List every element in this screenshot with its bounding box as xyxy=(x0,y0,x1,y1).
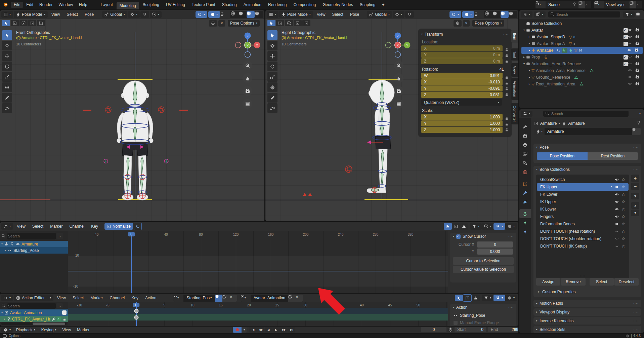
menu-marker[interactable]: Marker xyxy=(47,224,66,229)
tab-render[interactable] xyxy=(519,131,531,140)
assign-button[interactable]: Assign xyxy=(536,278,560,286)
channel-ctrl-fk-hand[interactable]: ▸ CTRL_FK_Avatar_Ha ✓ xyxy=(0,316,68,322)
tab-sculpting[interactable]: Sculpting xyxy=(140,2,162,7)
transform-orientation-selector[interactable]: Global▾ xyxy=(102,11,127,18)
pan-hand-icon[interactable] xyxy=(243,73,252,83)
rotation-mode-dropdown[interactable]: Quaternion (WXYZ)▾ xyxy=(421,99,502,106)
snap-dropdown[interactable]: ▾ xyxy=(493,295,505,301)
show-gizmo-toggle[interactable]: ▾ xyxy=(449,11,461,18)
expand-icon[interactable]: ▸ xyxy=(529,49,530,52)
exclude-checkbox[interactable]: ✓ xyxy=(624,42,628,46)
hide-eye-icon[interactable] xyxy=(627,48,635,53)
tab-modeling[interactable]: Modeling xyxy=(117,2,139,9)
tool-rotate[interactable] xyxy=(267,62,277,71)
viewlayer-name[interactable]: ViewLayer xyxy=(604,2,630,7)
tool-move[interactable] xyxy=(267,51,277,61)
menu-channel[interactable]: Channel xyxy=(67,224,88,229)
show-gizmo-toggle[interactable]: ▾ xyxy=(196,11,207,18)
menu-file[interactable]: File xyxy=(11,2,23,8)
tab-scene[interactable] xyxy=(519,158,531,167)
tool-select-box[interactable] xyxy=(267,30,277,40)
pose-position-button[interactable]: Pose Position xyxy=(537,152,588,160)
transform-orientation-selector[interactable]: Global▾ xyxy=(367,11,392,18)
id-type-icon[interactable]: ▾ xyxy=(534,128,545,135)
menu-key[interactable]: Key xyxy=(88,224,101,229)
solo-star-icon[interactable]: ☆ xyxy=(621,192,625,197)
shading-wireframe-button[interactable] xyxy=(484,11,492,18)
axis-gizmo[interactable]: Z X Y xyxy=(233,31,262,59)
show-errors-toggle[interactable] xyxy=(472,295,480,301)
select-paint-button[interactable] xyxy=(37,20,45,26)
auto-key-dropdown[interactable]: ▾ xyxy=(242,327,247,333)
tool-transform[interactable] xyxy=(2,82,12,92)
play-button[interactable]: ▶ xyxy=(272,327,280,333)
tool-icon-button[interactable] xyxy=(454,20,462,27)
filter-invert-button[interactable]: ↔ xyxy=(56,303,63,308)
expand-icon[interactable]: ▸ xyxy=(529,83,530,85)
lock-icon[interactable] xyxy=(505,116,509,120)
shading-material-button[interactable] xyxy=(247,11,255,18)
move-up-button[interactable]: ▲ xyxy=(631,202,639,209)
viewlayer-selector[interactable]: ▾ ViewLayer × xyxy=(594,1,642,8)
scene-icon[interactable]: ▾ xyxy=(535,1,546,8)
xray-toggle[interactable] xyxy=(220,12,228,17)
custom-properties-panel[interactable]: ▸Custom Properties xyxy=(538,288,639,296)
motion-paths-panel[interactable]: ▸Motion Paths···· xyxy=(533,300,641,307)
axis-gizmo[interactable]: Z Y X xyxy=(384,31,412,59)
only-selected-pointer-toggle[interactable] xyxy=(455,295,463,301)
outliner-search-input[interactable] xyxy=(556,11,618,18)
solo-star-icon[interactable]: ☆ xyxy=(621,236,625,241)
pin-id-button[interactable] xyxy=(637,121,641,126)
expand-icon[interactable]: ▾ xyxy=(523,29,525,32)
scale-x-field[interactable]: X1.000 xyxy=(421,114,503,120)
action-panel-name[interactable]: Starting_Pose xyxy=(460,313,485,318)
channel-armature[interactable]: ▾ Armature xyxy=(0,241,68,247)
slot-icon[interactable]: ▾ xyxy=(241,295,251,302)
tool-cursor[interactable] xyxy=(2,41,12,50)
blender-logo-icon[interactable] xyxy=(3,2,9,8)
scene-name[interactable]: Scene xyxy=(546,2,572,7)
proportional-edit-dropdown[interactable]: ▾ xyxy=(505,295,517,301)
summary-track[interactable] xyxy=(68,308,448,314)
deselect-button[interactable]: Deselect xyxy=(614,278,639,286)
tool-scale[interactable] xyxy=(2,72,12,82)
menu-view[interactable]: View xyxy=(314,12,329,17)
select-tweak-button[interactable] xyxy=(2,20,10,26)
menu-select[interactable]: Select xyxy=(64,12,81,17)
only-selected-pointer-toggle[interactable] xyxy=(444,223,452,230)
outliner-row-anim-area-collection[interactable]: ▾ Animation_Area_Reference ✓ xyxy=(521,61,643,67)
horizontal-scrollbar[interactable] xyxy=(1,323,67,325)
remove-collection-button[interactable]: − xyxy=(631,183,639,190)
lock-icon[interactable] xyxy=(505,53,509,58)
solo-star-icon[interactable]: ☆ xyxy=(621,222,625,226)
select-lasso-button[interactable] xyxy=(28,20,36,26)
rotation-x-field[interactable]: X-0.010 xyxy=(421,79,503,85)
rotation-w-field[interactable]: W0.991 xyxy=(421,73,503,79)
pose-panel-title[interactable]: Pose xyxy=(540,145,549,150)
filter-dropdown[interactable]: ▾ xyxy=(482,295,493,301)
editor-mode-selector[interactable]: Action Editor▾ xyxy=(14,295,53,301)
sidebar-tab-tool[interactable]: Tool xyxy=(511,48,518,61)
avatar-side[interactable] xyxy=(361,70,405,203)
outliner-row-avatar-shapea[interactable]: ▸ Avatar_ShapeA ▽8 ✓ xyxy=(521,40,643,47)
tab-rendering[interactable]: Rendering xyxy=(265,2,290,7)
bone-collection-row[interactable]: Fingers☆ xyxy=(537,213,629,220)
menu-render[interactable]: Render xyxy=(36,2,55,7)
bone-collection-row[interactable]: IK Lower☆ xyxy=(537,205,629,213)
tool-rotate[interactable] xyxy=(2,62,12,71)
hide-eye-icon[interactable] xyxy=(628,55,635,60)
bone-collections-title[interactable]: Bone Collections xyxy=(540,167,570,172)
cursor-y-field[interactable]: 0.000 xyxy=(477,249,513,255)
slot-name[interactable]: Avatar_Animation xyxy=(251,296,289,300)
render-camera-icon[interactable] xyxy=(635,35,642,40)
shading-rendered-button[interactable] xyxy=(509,11,517,18)
tab-uv-editing[interactable]: UV Editing xyxy=(163,2,188,7)
editor-type-button[interactable]: ▾ xyxy=(521,111,532,117)
shading-solid-button[interactable] xyxy=(492,11,501,18)
tool-cursor[interactable] xyxy=(267,41,277,50)
frame-end-field[interactable]: End299 xyxy=(488,327,518,332)
tab-bone-constraint[interactable] xyxy=(519,227,531,236)
graph-plot[interactable]: -40 0 40 80 120 160 200 240 280 320 10 -… xyxy=(68,231,448,293)
bone-collection-row[interactable]: IK Upper☆ xyxy=(537,198,629,205)
snap-toggle[interactable] xyxy=(140,11,149,18)
